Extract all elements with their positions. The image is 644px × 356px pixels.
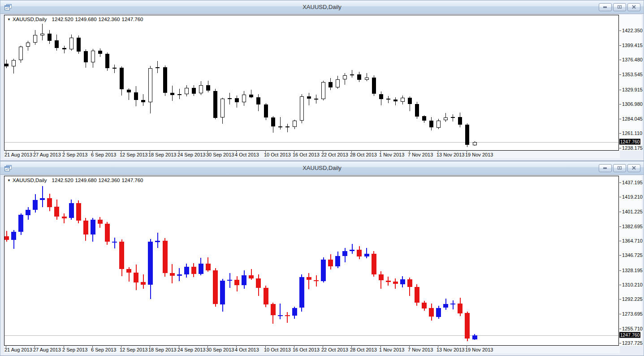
x-axis-label: 2 Sep 2013 <box>62 347 87 352</box>
x-axis-label: 10 Oct 2013 <box>264 347 291 352</box>
y-axis-label: 1422.350 <box>619 28 643 33</box>
time-axis[interactable]: 21 Aug 201327 Aug 20132 Sep 20136 Sep 20… <box>4 346 620 353</box>
y-axis-label: 1329.915 <box>619 87 643 92</box>
chart-icon <box>4 165 12 171</box>
candle <box>227 280 232 281</box>
y-axis-label: 1437.195 <box>619 180 643 185</box>
x-axis-label: 7 Nov 2013 <box>408 347 433 352</box>
candle-wick <box>287 124 288 132</box>
legend-close: 1247.760 <box>122 17 143 22</box>
chart-plot[interactable]: ▼XAUUSD,Daily1242.5201249.6801242.360124… <box>4 176 619 346</box>
candle <box>213 91 217 118</box>
minimize-button[interactable] <box>599 3 612 11</box>
candle <box>328 82 333 87</box>
minimize-icon <box>603 5 608 9</box>
candle-wick <box>114 238 115 248</box>
candle-wick <box>352 244 353 254</box>
price-axis[interactable]: 1437.1951419.2101401.2251382.6951364.710… <box>619 176 642 346</box>
dropdown-arrow-icon[interactable]: ▼ <box>7 17 11 22</box>
candle <box>300 96 304 121</box>
candle <box>163 67 167 93</box>
window-controls <box>599 164 640 172</box>
x-axis-label: 24 Sep 2013 <box>177 152 205 157</box>
candle <box>249 95 253 97</box>
candle <box>321 82 325 99</box>
y-axis-label: 1346.725 <box>619 252 643 258</box>
candle <box>328 260 333 266</box>
minimize-button[interactable] <box>599 164 612 172</box>
candle <box>18 215 23 232</box>
candle <box>379 274 384 280</box>
candle <box>33 35 37 43</box>
candle <box>292 308 297 316</box>
y-axis-label: 1238.175 <box>619 145 643 151</box>
candle <box>285 315 290 316</box>
dropdown-arrow-icon[interactable]: ▼ <box>7 178 11 182</box>
time-axis[interactable]: 21 Aug 201327 Aug 20132 Sep 20136 Sep 20… <box>4 151 620 158</box>
chart-plot[interactable]: ▼XAUUSD,Daily1242.5201249.6801242.360124… <box>4 15 619 151</box>
legend-symbol: XAUUSD,Daily <box>13 178 47 183</box>
candle-wick <box>395 97 396 105</box>
candle <box>314 280 319 281</box>
candle <box>429 308 434 317</box>
candle <box>386 99 390 100</box>
candle <box>350 74 354 75</box>
chart-window: XAUUSD,Daily ▼XAUUSD,Daily1242.5201249.6… <box>0 0 644 161</box>
candle <box>105 54 109 68</box>
price-axis[interactable]: 1422.3501399.4151376.4801353.5451329.915… <box>619 15 642 151</box>
x-axis-label: 10 Oct 2013 <box>264 152 291 157</box>
candle <box>465 313 470 339</box>
candle <box>242 95 246 102</box>
candle <box>141 100 145 102</box>
close-button[interactable] <box>627 3 640 11</box>
legend-low: 1242.360 <box>99 178 120 183</box>
candle <box>408 98 412 104</box>
mdi-area: XAUUSD,Daily ▼XAUUSD,Daily1242.5201249.6… <box>0 0 644 356</box>
candle-wick <box>453 114 453 122</box>
candle <box>365 78 369 80</box>
close-button[interactable] <box>627 164 640 172</box>
x-axis-label: 22 Oct 2013 <box>321 152 348 157</box>
x-axis-label: 12 Sep 2013 <box>120 347 147 352</box>
legend-high: 1249.680 <box>75 178 97 183</box>
candle <box>271 117 275 126</box>
candle <box>98 51 102 54</box>
window-title: XAUUSD,Daily <box>0 165 644 171</box>
candle <box>155 241 160 242</box>
candle-wick <box>114 65 115 73</box>
legend-open: 1242.520 <box>52 17 73 22</box>
candle <box>415 104 419 117</box>
y-axis-label: 1292.225 <box>619 296 643 302</box>
y-axis-label: 1255.710 <box>619 326 643 331</box>
window-titlebar[interactable]: XAUUSD,Daily <box>0 161 644 175</box>
x-axis-label: 13 Nov 2013 <box>437 152 464 157</box>
restore-button[interactable] <box>613 3 626 11</box>
restore-button[interactable] <box>613 164 626 172</box>
x-axis-label: 4 Oct 2013 <box>235 347 259 352</box>
candle <box>112 242 117 243</box>
y-axis-label: 1237.725 <box>619 340 643 346</box>
candle <box>321 260 326 281</box>
y-axis-label: 1306.980 <box>619 101 643 107</box>
candle <box>379 94 383 99</box>
candle <box>278 126 282 127</box>
candle <box>134 273 138 282</box>
candle <box>199 85 203 93</box>
candle <box>400 279 405 284</box>
candle <box>436 308 441 317</box>
candle <box>256 97 260 104</box>
candle <box>220 99 225 117</box>
candle-wick <box>453 300 454 309</box>
candle <box>235 98 239 102</box>
candle <box>177 274 182 276</box>
candle <box>83 221 88 234</box>
candle <box>443 304 448 308</box>
y-axis-label: 1419.210 <box>619 194 643 200</box>
x-axis-label: 19 Nov 2013 <box>465 152 493 157</box>
y-axis-label: 1328.195 <box>619 268 643 273</box>
window-titlebar[interactable]: XAUUSD,Daily <box>0 0 644 14</box>
candle <box>357 74 361 80</box>
candle <box>357 250 362 256</box>
x-axis-label: 1 Nov 2013 <box>379 347 404 352</box>
candle <box>48 34 52 41</box>
